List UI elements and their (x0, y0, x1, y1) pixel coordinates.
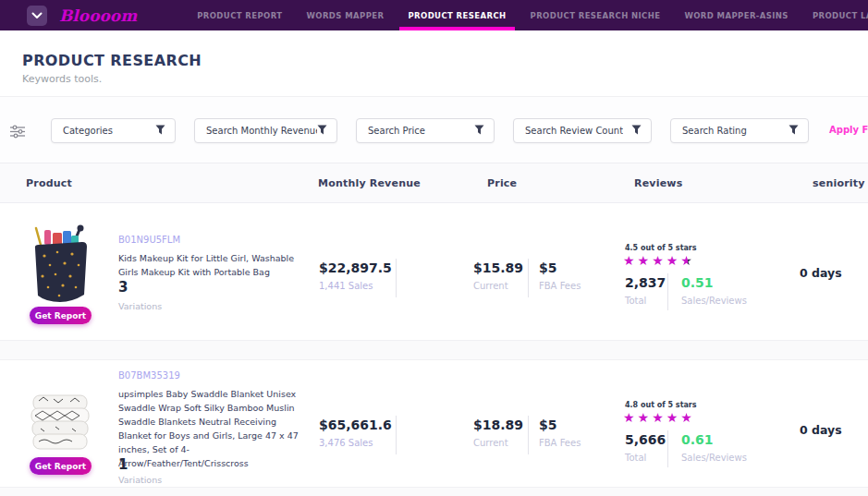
star-icon: ★ (680, 253, 695, 268)
sliders-icon[interactable] (10, 125, 25, 142)
review-count-filter-label: Search Review Count (525, 126, 623, 136)
product-image-makeup-kit (28, 224, 92, 308)
table-row: Get Report B01N9U5FLM Kids Makeup Kit fo… (0, 203, 868, 340)
categories-filter-dropdown[interactable]: Categories (51, 118, 176, 143)
fba-fees-value: $5 (539, 417, 556, 432)
rating-text: 4.8 out of 5 stars (625, 401, 697, 409)
divider (396, 259, 397, 297)
nav-item-product-report[interactable]: PRODUCT REPORT (185, 0, 294, 30)
sales-count: 1,441 Sales (319, 281, 373, 291)
star-icon: ★ (652, 410, 666, 425)
star-icon: ★ (666, 410, 681, 425)
reviews-total-label: Total (625, 453, 646, 463)
star-icon: ★ (623, 410, 638, 425)
nav-menu: PRODUCT REPORT WORDS MAPPER PRODUCT RESE… (185, 0, 868, 30)
column-header-price: Price (487, 177, 517, 189)
reviews-total-label: Total (625, 296, 646, 306)
page-subtitle: Keywords tools. (22, 73, 102, 85)
sales-count: 3,476 Sales (319, 438, 373, 448)
apply-filter-link[interactable]: Apply Filter (829, 125, 868, 135)
monthly-revenue-value: $65,661.6 (319, 417, 392, 432)
nav-item-product-research[interactable]: PRODUCT RESEARCH (396, 0, 518, 30)
seniority-value: 0 days (800, 423, 842, 437)
sales-reviews-value: 0.51 (681, 275, 714, 290)
product-title: Kids Makeup Kit for Little Girl, Washabl… (118, 251, 310, 279)
nav-item-product-research-niche[interactable]: PRODUCT RESEARCH NICHE (519, 0, 673, 30)
bottom-separator (0, 487, 868, 496)
monthly-revenue-filter-label: Search Monthly Revenue (206, 126, 317, 136)
sales-reviews-label: Sales/Reviews (681, 296, 747, 306)
funnel-icon (789, 125, 799, 137)
current-price-value: $18.89 (473, 417, 523, 432)
funnel-icon (155, 125, 165, 137)
column-header-product: Product (26, 177, 72, 189)
star-icon: ★ (680, 410, 695, 425)
star-icon: ★ (638, 410, 653, 425)
nav-collapse-button[interactable] (27, 6, 47, 26)
get-report-button[interactable]: Get Report (30, 307, 92, 324)
app-window: Bloooom PRODUCT REPORT WORDS MAPPER PROD… (0, 0, 868, 496)
divider (528, 416, 529, 454)
current-price-label: Current (473, 281, 508, 291)
chevron-down-icon (31, 8, 43, 22)
funnel-icon (317, 125, 327, 137)
seniority-value: 0 days (800, 266, 842, 280)
divider (396, 416, 397, 454)
price-filter-label: Search Price (368, 126, 425, 136)
get-report-button[interactable]: Get Report (30, 457, 92, 475)
monthly-revenue-value: $22,897.5 (319, 260, 392, 275)
column-header-monthly-revenue: Monthly Revenue (318, 177, 421, 189)
sales-reviews-value: 0.61 (681, 432, 714, 447)
star-rating: ★★★★★ (623, 410, 695, 425)
rating-filter-dropdown[interactable]: Search Rating (670, 118, 809, 143)
column-header-reviews: Reviews (634, 177, 682, 189)
product-image-swaddle-blankets (28, 393, 92, 456)
nav-item-product-launcher[interactable]: PRODUCT LAUNCHER (801, 0, 868, 30)
star-icon: ★ (652, 253, 666, 268)
top-nav: Bloooom PRODUCT REPORT WORDS MAPPER PROD… (0, 0, 868, 30)
brand-logo[interactable]: Bloooom (59, 6, 137, 25)
monthly-revenue-filter-dropdown[interactable]: Search Monthly Revenue (194, 118, 337, 143)
rating-text: 4.5 out of 5 stars (625, 244, 697, 252)
reviews-total-value: 2,837 (625, 275, 666, 290)
fba-fees-value: $5 (539, 260, 556, 275)
table-row: Get Report B07BM35319 upsimples Baby Swa… (0, 360, 868, 487)
fba-fees-label: FBA Fees (539, 438, 581, 448)
fba-fees-label: FBA Fees (539, 281, 581, 291)
star-icon: ★ (638, 253, 653, 268)
rating-filter-label: Search Rating (682, 126, 747, 136)
divider (667, 430, 668, 467)
table-header: Product Monthly Revenue Price Reviews se… (0, 163, 868, 203)
funnel-icon (631, 125, 642, 137)
asin-link[interactable]: B07BM35319 (118, 370, 180, 381)
price-filter-dropdown[interactable]: Search Price (356, 118, 495, 143)
funnel-icon (474, 125, 484, 137)
star-icon: ★ (666, 253, 681, 268)
star-rating: ★★★★★ (623, 253, 695, 268)
product-title: upsimples Baby Swaddle Blanket Unisex Sw… (118, 387, 310, 470)
variations-count: 1 (118, 456, 128, 473)
reviews-total-value: 5,666 (625, 432, 666, 447)
column-header-seniority: seniority (813, 177, 865, 189)
variations-count: 3 (118, 279, 128, 296)
review-count-filter-dropdown[interactable]: Search Review Count (513, 118, 652, 143)
page-title: PRODUCT RESEARCH (22, 52, 202, 69)
asin-link[interactable]: B01N9U5FLM (118, 235, 180, 245)
variations-label: Variations (118, 475, 162, 485)
variations-label: Variations (118, 301, 162, 311)
categories-filter-label: Categories (63, 126, 113, 136)
nav-item-word-mapper-asins[interactable]: WORD MAPPER-ASINS (672, 0, 800, 30)
divider (667, 273, 668, 310)
current-price-label: Current (473, 438, 508, 448)
current-price-value: $15.89 (473, 260, 523, 275)
row-separator (0, 340, 868, 360)
sales-reviews-label: Sales/Reviews (681, 453, 747, 463)
divider (528, 259, 529, 297)
nav-item-words-mapper[interactable]: WORDS MAPPER (295, 0, 397, 30)
star-icon: ★ (623, 253, 638, 268)
